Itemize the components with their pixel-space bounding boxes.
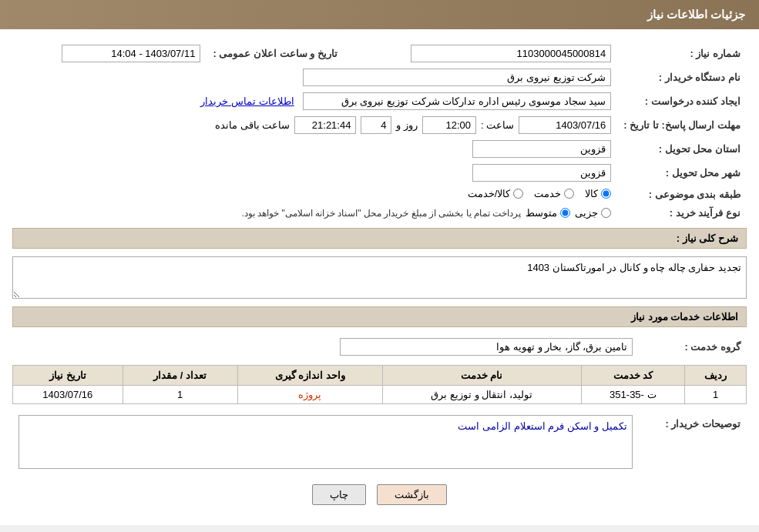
radio-jozi-input[interactable] — [601, 208, 611, 218]
row-namDastgah: نام دستگاه خریدار : شرکت توزیع نیروی برق — [12, 65, 747, 89]
radio-kala[interactable]: کالا — [585, 188, 611, 199]
row-noeFarayand: نوع فرآیند خرید : جزیی متوسط پرداخت تمام… — [12, 204, 747, 222]
tosif-table: توصیحات خریدار : تکمیل و اسکن فرم استعلا… — [12, 412, 747, 472]
radio-kala-input[interactable] — [601, 189, 611, 199]
label-mohlat: مهلت ارسال پاسخ: تا تاریخ : — [617, 113, 747, 137]
col-vahed: واحد اندازه گیری — [237, 366, 382, 386]
process-note: پرداخت تمام یا بخشی از مبلغ خریدار محل "… — [241, 208, 521, 219]
label-ijadKonande: ایجاد کننده درخواست : — [617, 89, 747, 113]
radio-mottasat[interactable]: متوسط — [526, 207, 570, 219]
khadamat-label: اطلاعات خدمات مورد نیاز — [631, 311, 738, 323]
mohlat-row-flex: 1403/07/16 ساعت : 12:00 روز و 4 21:21:44… — [18, 116, 611, 134]
services-table-head: ردیف کد خدمت نام خدمت واحد اندازه گیری ت… — [13, 366, 747, 386]
label-namDastgah: نام دستگاه خریدار : — [617, 65, 747, 89]
radio-khadamat-input[interactable] — [564, 189, 574, 199]
radio-kala-khadamat[interactable]: کالا/خدمت — [468, 188, 524, 199]
table-cell-vahed: پروژه — [237, 386, 382, 404]
table-cell-tarikh: 1403/07/16 — [13, 386, 123, 404]
radio-mottasat-input[interactable] — [560, 208, 570, 218]
col-tarikh: تاریخ نیاز — [13, 366, 123, 386]
sharh-koli-wrapper — [12, 256, 747, 299]
value-mohlat-saat: 21:21:44 — [294, 116, 356, 134]
tosif-text: تکمیل و اسکن فرم استعلام الزامی است — [458, 420, 627, 432]
row-ostan: استان محل تحویل : قزوین — [12, 137, 747, 161]
label-ostan: استان محل تحویل : — [617, 137, 747, 161]
radio-mottasat-label: متوسط — [526, 207, 557, 219]
link-tamas-khardar[interactable]: اطلاعات تماس خریدار — [200, 95, 294, 107]
label-tosif: توصیحات خریدار : — [639, 412, 747, 472]
col-kod-khadamat: کد خدمت — [581, 366, 685, 386]
row-tabaqe: طبقه بندی موضوعی : کالا خدمت — [12, 185, 747, 204]
sharh-koli-title: شرح کلی نیاز : — [12, 228, 747, 249]
radio-khadamat-label: خدمت — [534, 188, 561, 199]
col-nam-khadamat: نام خدمت — [382, 366, 581, 386]
label-groh-khadamat: گروه خدمت : — [639, 335, 747, 359]
col-radif: ردیف — [685, 366, 747, 386]
value-mohlat-date: 1403/07/16 — [519, 116, 611, 134]
label-taarikho-saat: تاریخ و ساعت اعلان عمومی : — [207, 42, 343, 65]
print-button[interactable]: چاپ — [312, 484, 366, 505]
row-groh-khadamat: گروه خدمت : تامین برق، گاز، بخار و تهویه… — [12, 335, 747, 359]
row-shahr: شهر محل تحویل : قزوین — [12, 161, 747, 185]
value-groh-khadamat: تامین برق، گاز، بخار و تهویه هوا — [340, 338, 633, 356]
groh-khadamat-table: گروه خدمت : تامین برق، گاز، بخار و تهویه… — [12, 335, 747, 359]
table-cell-tedad: 1 — [123, 386, 237, 404]
radio-jozi[interactable]: جزیی — [575, 207, 611, 219]
tabaqe-radio-group: کالا خدمت کالا/خدمت — [468, 188, 612, 199]
radio-kala-khadamat-label: کالا/خدمت — [468, 188, 511, 199]
table-cell-namKhadamat: تولید، انتقال و توزیع برق — [382, 386, 581, 404]
page-header: جزئیات اطلاعات نیاز — [0, 0, 759, 29]
label-noeFarayand: نوع فرآیند خرید : — [617, 204, 747, 222]
label-mohlat-roz: روز و — [396, 119, 418, 131]
value-taarikho-saat: 1403/07/11 - 14:04 — [62, 45, 200, 62]
label-shahr: شهر محل تحویل : — [617, 161, 747, 185]
page-title: جزئیات اطلاعات نیاز — [647, 8, 745, 21]
sharh-koli-label: شرح کلی نیاز : — [677, 233, 738, 244]
radio-khadamat[interactable]: خدمت — [534, 188, 574, 199]
radio-kala-label: کالا — [585, 188, 598, 199]
radio-kala-khadamat-input[interactable] — [513, 189, 523, 199]
content-area: شماره نیاز : 1103000045000814 تاریخ و سا… — [0, 29, 759, 525]
value-mohlat-time: 12:00 — [422, 116, 476, 134]
label-baqi: ساعت باقی مانده — [215, 119, 290, 131]
row-tosif: توصیحات خریدار : تکمیل و اسکن فرم استعلا… — [12, 412, 747, 472]
sharh-koli-textarea[interactable] — [12, 256, 747, 299]
col-tedad: تعداد / مقدار — [123, 366, 237, 386]
value-ijadKonande: سید سجاد موسوی رئیس اداره تدارکات شرکت ت… — [303, 92, 611, 110]
button-row: بازگشت چاپ — [12, 484, 747, 505]
khadamat-section-title: اطلاعات خدمات مورد نیاز — [12, 306, 747, 327]
row-shomareNiaz: شماره نیاز : 1103000045000814 تاریخ و سا… — [12, 42, 747, 65]
table-cell-radif: 1 — [685, 386, 747, 404]
radio-jozi-label: جزیی — [575, 207, 598, 219]
table-cell-kodKhadamat: ت -35-351 — [581, 386, 685, 404]
main-info-table: شماره نیاز : 1103000045000814 تاریخ و سا… — [12, 42, 747, 222]
row-ijadKonande: ایجاد کننده درخواست : سید سجاد موسوی رئی… — [12, 89, 747, 113]
value-shahr: قزوین — [472, 164, 611, 182]
label-tabaqe: طبقه بندی موضوعی : — [617, 185, 747, 204]
services-table: ردیف کد خدمت نام خدمت واحد اندازه گیری ت… — [12, 365, 747, 404]
table-row: 1ت -35-351تولید، انتقال و توزیع برقپروژه… — [13, 386, 747, 404]
value-namDastgah: شرکت توزیع نیروی برق — [303, 69, 611, 86]
row-mohlat: مهلت ارسال پاسخ: تا تاریخ : 1403/07/16 س… — [12, 113, 747, 137]
tosif-box: تکمیل و اسکن فرم استعلام الزامی است — [18, 415, 633, 469]
value-ostan: قزوین — [472, 140, 611, 158]
value-mohlat-roz: 4 — [361, 116, 391, 134]
sharh-koli-section: شرح کلی نیاز : // Will be set by data bi… — [12, 228, 747, 299]
page-wrapper: جزئیات اطلاعات نیاز شماره نیاز : 1103000… — [0, 0, 759, 525]
value-shomareNiaz: 1103000045000814 — [411, 45, 611, 62]
services-table-header-row: ردیف کد خدمت نام خدمت واحد اندازه گیری ت… — [13, 366, 747, 386]
label-shomareNiaz: شماره نیاز : — [617, 42, 747, 65]
label-mohlat-time: ساعت : — [481, 119, 514, 131]
back-button[interactable]: بازگشت — [377, 484, 447, 505]
services-table-body: 1ت -35-351تولید، انتقال و توزیع برقپروژه… — [13, 386, 747, 404]
noeFarayand-row: جزیی متوسط پرداخت تمام یا بخشی از مبلغ خ… — [18, 207, 611, 219]
